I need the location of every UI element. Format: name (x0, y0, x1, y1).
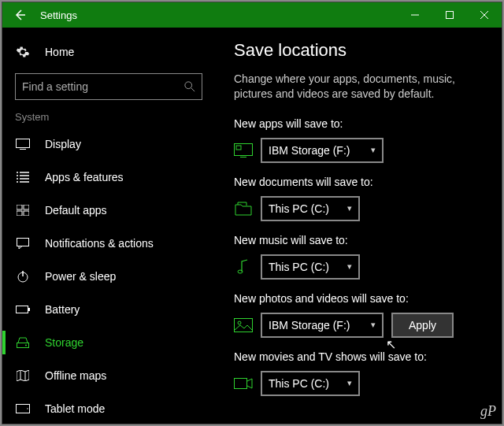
svg-point-14 (27, 408, 28, 409)
minimize-icon (411, 11, 419, 19)
close-icon (480, 11, 488, 19)
arrow-left-icon (13, 9, 26, 21)
apply-button[interactable]: Apply (391, 313, 454, 338)
chat-icon (15, 238, 31, 249)
sidebar-item-label: Notifications & actions (45, 237, 154, 250)
setting-label: New documents will save to: (234, 176, 483, 188)
search-icon (184, 81, 195, 92)
setting-music: New music will save to: This PC (C:) ▾ (234, 234, 483, 280)
svg-rect-18 (235, 318, 253, 332)
window-controls (398, 2, 502, 28)
grid-icon (15, 205, 31, 216)
sidebar-item-notifications[interactable]: Notifications & actions (2, 227, 215, 260)
dropdown-value: This PC (C:) (269, 261, 329, 273)
svg-rect-3 (17, 205, 22, 209)
watermark: gP (480, 403, 496, 420)
photos-device-icon (234, 317, 253, 334)
svg-point-12 (25, 345, 27, 346)
maximize-button[interactable] (432, 2, 467, 28)
sidebar-item-default-apps[interactable]: Default apps (2, 194, 215, 227)
sidebar-item-label: Default apps (45, 204, 107, 217)
page-description: Change where your apps, documents, music… (234, 72, 483, 102)
music-location-dropdown[interactable]: This PC (C:) ▾ (261, 254, 360, 280)
setting-photos: New photos and videos will save to: IBM … (234, 292, 483, 338)
sidebar-item-label: Apps & features (45, 171, 124, 183)
dropdown-value: IBM Storage (F:) (269, 144, 350, 157)
sidebar-item-label: Display (45, 138, 81, 150)
setting-label: New apps will save to: (234, 117, 483, 130)
maximize-icon (446, 11, 454, 19)
close-button[interactable] (467, 2, 502, 28)
svg-rect-7 (17, 239, 29, 246)
setting-label: New music will save to: (234, 234, 483, 246)
setting-apps: New apps will save to: IBM Storage (F:) … (234, 117, 483, 163)
main-panel: Save locations Change where your apps, d… (215, 28, 502, 424)
documents-device-icon (234, 200, 253, 217)
settings-window: Settings Home Find a setting System Disp… (2, 2, 502, 424)
section-label: System (2, 103, 215, 128)
music-device-icon (234, 258, 253, 276)
svg-rect-0 (447, 12, 454, 19)
sidebar-item-apps[interactable]: Apps & features (2, 161, 215, 194)
svg-rect-9 (17, 306, 28, 313)
gear-icon (15, 45, 31, 59)
window-title: Settings (40, 9, 398, 21)
apply-label: Apply (409, 319, 436, 332)
home-label: Home (45, 46, 74, 58)
video-device-icon (234, 375, 253, 392)
sidebar-item-tablet-mode[interactable]: Tablet mode (2, 392, 215, 424)
sidebar-item-display[interactable]: Display (2, 128, 215, 161)
sidebar-item-storage[interactable]: Storage (2, 326, 215, 359)
sidebar-item-label: Offline maps (45, 369, 106, 382)
content: Home Find a setting System Display Apps … (2, 28, 502, 424)
sidebar-item-label: Battery (45, 303, 80, 316)
search-placeholder: Find a setting (22, 80, 184, 93)
apps-location-dropdown[interactable]: IBM Storage (F:) ▾ (261, 138, 384, 163)
dropdown-value: This PC (C:) (269, 377, 329, 390)
tablet-icon (15, 404, 31, 413)
svg-rect-6 (24, 211, 29, 216)
sidebar-item-label: Storage (45, 336, 83, 349)
sidebar-item-label: Tablet mode (45, 402, 105, 415)
power-icon (15, 270, 31, 283)
sidebar-item-battery[interactable]: Battery (2, 293, 215, 326)
map-icon (15, 370, 31, 381)
dropdown-value: IBM Storage (F:) (269, 319, 350, 332)
svg-rect-10 (28, 308, 30, 311)
chevron-down-icon: ▾ (371, 320, 376, 330)
documents-location-dropdown[interactable]: This PC (C:) ▾ (261, 196, 360, 221)
setting-documents: New documents will save to: This PC (C:)… (234, 176, 483, 221)
photos-location-dropdown[interactable]: IBM Storage (F:) ▾ (261, 313, 384, 338)
svg-rect-2 (17, 139, 30, 148)
back-button[interactable] (2, 2, 37, 28)
movies-location-dropdown[interactable]: This PC (C:) ▾ (261, 371, 360, 396)
minimize-button[interactable] (398, 2, 432, 28)
sidebar: Home Find a setting System Display Apps … (2, 28, 215, 424)
display-icon (15, 139, 31, 150)
setting-label: New movies and TV shows will save to: (234, 350, 483, 363)
chevron-down-icon: ▾ (371, 145, 376, 155)
setting-movies: New movies and TV shows will save to: Th… (234, 350, 483, 396)
svg-rect-11 (17, 343, 29, 348)
list-icon (15, 172, 31, 183)
titlebar: Settings (2, 2, 502, 28)
svg-rect-20 (235, 378, 247, 388)
svg-rect-4 (24, 205, 29, 209)
page-title: Save locations (234, 40, 483, 61)
chevron-down-icon: ▾ (347, 261, 352, 272)
svg-point-19 (238, 321, 241, 324)
apps-device-icon (234, 142, 253, 159)
sidebar-item-label: Power & sleep (45, 270, 116, 283)
home-button[interactable]: Home (2, 39, 215, 65)
sidebar-item-offline-maps[interactable]: Offline maps (2, 359, 215, 392)
battery-icon (15, 306, 31, 313)
chevron-down-icon: ▾ (347, 203, 352, 213)
chevron-down-icon: ▾ (347, 378, 352, 388)
setting-label: New photos and videos will save to: (234, 292, 483, 305)
search-input[interactable]: Find a setting (15, 73, 202, 100)
sidebar-item-power[interactable]: Power & sleep (2, 260, 215, 293)
storage-icon (15, 337, 31, 348)
svg-rect-5 (17, 211, 22, 216)
dropdown-value: This PC (C:) (269, 202, 329, 215)
svg-point-1 (185, 82, 192, 89)
